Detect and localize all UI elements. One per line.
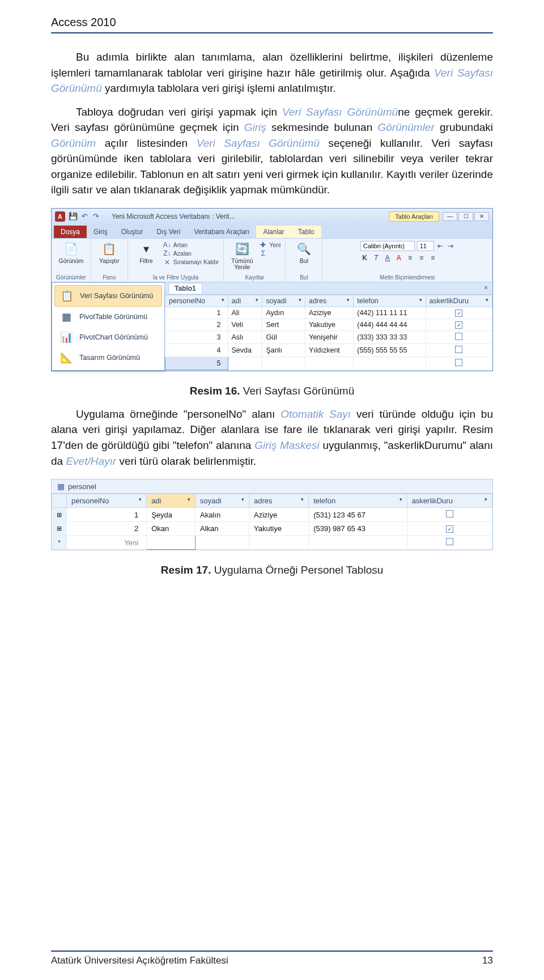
pcol-no[interactable]: personelNo▾ bbox=[67, 494, 147, 508]
refresh-icon: 🔄 bbox=[234, 241, 250, 257]
pcol-ask[interactable]: askerlikDuru▾ bbox=[407, 494, 492, 508]
table-row[interactable]: 1AliAydınAziziye(442) 111 11 11✓ bbox=[165, 307, 492, 319]
p2-vsg2: Veri Sayfası Görünümü bbox=[197, 137, 320, 149]
paste-button[interactable]: 📋 Yapıştır bbox=[96, 241, 123, 265]
tab-file[interactable]: Dosya bbox=[54, 226, 87, 238]
sort-asc-icon: A↓ bbox=[163, 241, 171, 249]
font-color-button[interactable]: A bbox=[394, 254, 403, 262]
indent-dec-icon[interactable]: ⇤ bbox=[436, 242, 444, 250]
group-views: 📄 Görünüm Görünümler bbox=[52, 239, 91, 282]
p2-gorunum: Görünüm bbox=[51, 137, 96, 149]
pivottable-icon: ▦ bbox=[58, 310, 75, 324]
view-datasheet[interactable]: 📋 Veri Sayfası Görünümü bbox=[54, 285, 162, 307]
new-icon: ✚ bbox=[259, 241, 267, 249]
p2-c: sekmesinde bulunan bbox=[266, 121, 378, 133]
sort-desc[interactable]: Z↓Azalan bbox=[163, 249, 219, 257]
pcol-adres[interactable]: adres▾ bbox=[249, 494, 309, 508]
table-row[interactable]: 3AslıGülYenişehir(333) 333 33 33 bbox=[165, 330, 492, 343]
tab-create[interactable]: Oluştur bbox=[114, 226, 150, 238]
new-row[interactable]: *Yeni bbox=[52, 536, 492, 550]
datasheet-table[interactable]: personelNo▾ adi▾ soyadi▾ adres▾ telefon▾… bbox=[165, 295, 492, 370]
col-adres[interactable]: adres▾ bbox=[305, 295, 353, 307]
underline-button[interactable]: A bbox=[383, 254, 392, 262]
personel-table-wrap: ▦ personel personelNo▾ adi▾ soyadi▾ adre… bbox=[51, 479, 493, 550]
sigma-icon: Σ bbox=[259, 249, 267, 257]
view-pivottable[interactable]: ▦ PivotTable Görünümü bbox=[54, 307, 162, 327]
bold-button[interactable]: K bbox=[360, 254, 369, 262]
personel-table[interactable]: personelNo▾ adi▾ soyadi▾ adres▾ telefon▾… bbox=[52, 494, 492, 550]
pcol-soyadi[interactable]: soyadi▾ bbox=[196, 494, 249, 508]
indent-inc-icon[interactable]: ⇥ bbox=[447, 242, 454, 250]
ribbon-tabs: Dosya Giriş Oluştur Dış Veri Veritabanı … bbox=[52, 224, 492, 238]
table-row[interactable]: ⊞2OkanAlkanYakutiye(539) 987 65 43✓ bbox=[52, 522, 492, 536]
minimize-button[interactable]: — bbox=[443, 212, 457, 221]
col-askerlik[interactable]: askerlikDuru▾ bbox=[426, 295, 492, 307]
personel-tab-label[interactable]: personel bbox=[68, 482, 96, 491]
titlebar: A 💾 ↶ ↷ Yeni Microsoft Access Veritabanı… bbox=[52, 209, 492, 224]
ribbon: 📄 Görünüm Görünümler 📋 Yapıştır Pano bbox=[52, 238, 492, 282]
filter-button[interactable]: ▾ Filtre bbox=[133, 241, 160, 265]
table-row[interactable]: 4SevdaŞanlıYıldızkent(555) 555 55 55 bbox=[165, 343, 492, 357]
footer-left: Atatürk Üniversitesi Açıköğretim Fakülte… bbox=[51, 955, 228, 966]
align-right-button[interactable]: ≡ bbox=[428, 254, 437, 262]
table-row[interactable]: 2VeliSertYakutiye(444) 444 44 44✓ bbox=[165, 319, 492, 330]
tab-external[interactable]: Dış Veri bbox=[150, 226, 187, 238]
paragraph-1: Bu adımla birlikte alan tanımlama, alan … bbox=[51, 49, 493, 96]
table-tab[interactable]: Tablo1 bbox=[168, 283, 202, 294]
sort-asc[interactable]: A↓Artan bbox=[163, 241, 219, 249]
p1-a: Bu adımla birlikte alan tanımlama, alan … bbox=[51, 51, 493, 79]
tab-home[interactable]: Giriş bbox=[87, 226, 114, 238]
group-find: 🔍 Bul Bul bbox=[286, 239, 322, 282]
table-icon: ▦ bbox=[57, 482, 65, 491]
align-center-button[interactable]: ≡ bbox=[417, 254, 426, 262]
table-row[interactable]: ⊞1ŞeydaAkalınAziziye(531) 123 45 67 bbox=[52, 508, 492, 522]
sort-clear[interactable]: ⨯Sıralamayı Kaldır bbox=[163, 258, 219, 266]
paragraph-2: Tabloya doğrudan veri girişi yapmak için… bbox=[51, 104, 493, 198]
new-record[interactable]: ✚Yeni bbox=[259, 241, 280, 249]
col-telefon[interactable]: telefon▾ bbox=[354, 295, 426, 307]
pcol-adi[interactable]: adi▾ bbox=[147, 494, 196, 508]
p3-eh: Evet/Hayır bbox=[66, 455, 116, 467]
tab-close-icon[interactable]: × bbox=[484, 284, 488, 292]
quick-access-toolbar: 💾 ↶ ↷ bbox=[69, 212, 100, 221]
p2-gorunumler: Görünümler bbox=[377, 121, 434, 133]
view-design[interactable]: 📐 Tasarım Görünümü bbox=[54, 347, 162, 368]
datasheet-view-icon: 📋 bbox=[58, 289, 75, 303]
font-name[interactable] bbox=[360, 241, 415, 251]
p3-gm: Giriş Maskesi bbox=[254, 439, 320, 451]
maximize-button[interactable]: ☐ bbox=[458, 212, 473, 221]
close-button[interactable]: ✕ bbox=[474, 212, 489, 221]
pivotchart-icon: 📊 bbox=[58, 330, 75, 344]
save-icon[interactable]: 💾 bbox=[69, 212, 78, 221]
pcol-tel[interactable]: telefon▾ bbox=[309, 494, 407, 508]
p2-vsg: Veri Sayfası Görünümü bbox=[282, 106, 398, 118]
page-header: Access 2010 bbox=[51, 16, 493, 29]
access-app-icon: A bbox=[55, 211, 65, 222]
view-pivotchart[interactable]: 📊 PivotChart Görünümü bbox=[54, 327, 162, 347]
footer-page-number: 13 bbox=[482, 955, 493, 966]
font-size[interactable] bbox=[417, 241, 434, 251]
col-personelno[interactable]: personelNo▾ bbox=[165, 295, 228, 307]
italic-button[interactable]: T bbox=[372, 254, 381, 262]
datasheet-icon: 📄 bbox=[63, 241, 79, 257]
view-button[interactable]: 📄 Görünüm bbox=[57, 241, 84, 265]
find-button[interactable]: 🔍 Bul bbox=[290, 241, 317, 265]
col-soyadi[interactable]: soyadi▾ bbox=[262, 295, 305, 307]
totals[interactable]: Σ bbox=[259, 249, 280, 257]
find-icon: 🔍 bbox=[296, 241, 312, 257]
refresh-button[interactable]: 🔄 Tümünü Yenile bbox=[228, 241, 256, 271]
col-adi[interactable]: adi▾ bbox=[228, 295, 262, 307]
group-records: 🔄 Tümünü Yenile ✚Yeni Σ Kayıtlar bbox=[224, 239, 286, 282]
paste-icon: 📋 bbox=[101, 241, 117, 257]
group-sort: ▾ Filtre A↓Artan Z↓Azalan ⨯Sıralamayı Ka… bbox=[128, 239, 224, 282]
new-row[interactable]: 5 bbox=[165, 357, 492, 370]
undo-icon[interactable]: ↶ bbox=[80, 212, 89, 221]
align-left-button[interactable]: ≡ bbox=[406, 254, 415, 262]
tab-dbtools[interactable]: Veritabanı Araçları bbox=[187, 226, 256, 238]
sort-desc-icon: Z↓ bbox=[163, 249, 171, 257]
design-view-icon: 📐 bbox=[58, 351, 75, 364]
redo-icon[interactable]: ↷ bbox=[91, 212, 100, 221]
tab-fields[interactable]: Alanlar bbox=[256, 226, 291, 238]
tab-table[interactable]: Tablo bbox=[291, 226, 321, 238]
datasheet-wrap: Tablo1 × personelNo▾ adi▾ soyadi▾ adres▾… bbox=[165, 282, 492, 371]
